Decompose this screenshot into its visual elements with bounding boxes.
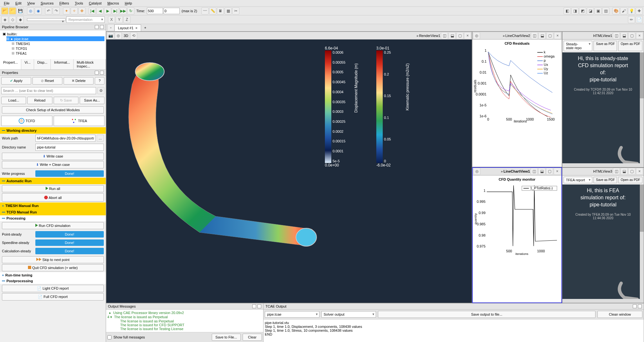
out-close[interactable] (257, 304, 261, 308)
c2-sv[interactable]: ⬓ (538, 168, 545, 175)
disconnect-icon[interactable]: ◉ (35, 7, 42, 14)
clear-output-button[interactable]: Clear (243, 334, 262, 341)
delete-button[interactable]: ✖ Delete (64, 77, 94, 85)
residuals-canvas[interactable]: CFD Residuals residuals 10.10.010.0010.0… (472, 40, 562, 167)
c1-btn1[interactable]: ◎ (473, 32, 480, 39)
tcae-float[interactable] (633, 304, 637, 308)
tree-tcfd[interactable]: ⊞TCFD1 (12, 46, 104, 51)
menu-tools[interactable]: Tools (72, 1, 86, 6)
skip-button[interactable]: Skip to next point (2, 256, 104, 263)
view-y-icon[interactable]: Y (116, 16, 123, 23)
note-icon[interactable]: 📄 (636, 16, 643, 23)
play-icon[interactable]: ▶ (104, 7, 111, 14)
rv-reset-icon[interactable]: ⟲ (130, 32, 137, 39)
view-x-icon[interactable]: X (108, 16, 115, 23)
cube1-icon[interactable]: ◧ (564, 7, 571, 14)
report1-dropdown[interactable]: Steady-state repo (564, 41, 592, 51)
rv-split-v-icon[interactable]: ⬓ (449, 32, 456, 39)
search-input[interactable] (1, 87, 96, 94)
menu-file[interactable]: File (1, 1, 12, 6)
report2-openpdf[interactable]: Open as PDF (618, 177, 642, 183)
c2-sh[interactable]: ◫ (531, 168, 538, 175)
save-to-file-button[interactable]: Save to File... (212, 334, 241, 341)
pipeline-float-icon[interactable] (95, 25, 99, 29)
report2-body[interactable]: Hi, this is FEA simulation report of: pi… (562, 184, 644, 303)
save-output-button[interactable]: Save output to file... (378, 311, 595, 318)
prop-close-icon[interactable] (100, 71, 104, 75)
tab-information[interactable]: Informat... (51, 59, 74, 69)
report1-vscroll[interactable] (640, 52, 644, 167)
out-float[interactable] (252, 304, 256, 308)
rv-close-icon[interactable]: × (464, 32, 471, 39)
representation-dropdown[interactable]: Representation (66, 16, 105, 23)
h3-cl[interactable]: × (636, 168, 643, 175)
layout-tab-1[interactable]: Layout #1× (114, 24, 141, 31)
grid-icon[interactable]: ▦ (225, 7, 232, 14)
tree-pipe[interactable]: ⊟●pipe.tcae (6, 36, 104, 41)
tab-view[interactable]: Vi... (21, 59, 34, 69)
c1-cl[interactable]: × (554, 32, 561, 39)
pipeline-tree[interactable]: ▣builtin: ⊟●pipe.tcae ⊞TMESH1 ⊞TCFD1 ⊞TF… (0, 30, 106, 59)
run-all-button[interactable]: Run all (2, 185, 104, 192)
menu-catalyst[interactable]: Catalyst (86, 1, 104, 6)
report2-vscroll[interactable] (640, 184, 644, 303)
working-directory-section[interactable]: Working directory (0, 127, 106, 134)
c2-mx[interactable]: ▢ (546, 168, 553, 175)
t2-1-icon[interactable]: ◈ (1, 16, 8, 23)
c1-sv[interactable]: ⬓ (539, 32, 546, 39)
rv-3d-label[interactable]: 3D (122, 34, 130, 38)
report2-hscroll[interactable] (562, 299, 644, 303)
runtime-label[interactable]: Run-time tuning (5, 273, 32, 277)
workpath-browse[interactable]: ... (97, 135, 104, 142)
clean-window-button[interactable]: Clean window (597, 311, 642, 318)
menu-sources[interactable]: Sources (38, 1, 56, 6)
render-canvas[interactable]: 6.6e-04 0.00060.000550.00050.000450.0004… (106, 40, 472, 303)
tcae-file-dropdown[interactable]: pipe.tcae (265, 311, 319, 318)
trace-icon[interactable]: 〰 (201, 7, 209, 14)
cube2-icon[interactable]: ◨ (571, 7, 578, 14)
t2-2-icon[interactable]: ◇ (9, 16, 16, 23)
c1-sh[interactable]: ◫ (531, 32, 538, 39)
cube5-icon[interactable]: ▣ (595, 7, 602, 14)
wand3-icon[interactable]: ✥ (78, 7, 85, 14)
report1-savepdf[interactable]: Save as PDF (594, 41, 617, 51)
palette-icon[interactable]: 🖌 (620, 7, 627, 14)
next-icon[interactable]: ▶| (112, 7, 119, 14)
tree-tfea[interactable]: ⊞TFEA1 (12, 51, 104, 56)
report1-openpdf[interactable]: Open as PDF (618, 41, 642, 51)
connect-icon[interactable]: ◎ (27, 7, 34, 14)
clip-icon[interactable]: ✂ (232, 7, 239, 14)
h3-sv[interactable]: ⬓ (621, 168, 628, 175)
workpath-input[interactable] (35, 135, 95, 142)
tcfd-run-section[interactable]: TCFD Manual Run (0, 209, 106, 215)
h1-cl[interactable]: × (636, 32, 643, 39)
open2-icon[interactable]: 📁 (9, 7, 16, 14)
time-current-input[interactable] (147, 8, 163, 14)
h3-sh[interactable]: ◫ (613, 168, 620, 175)
loop-icon[interactable]: ↻ (127, 7, 134, 14)
h1-sh[interactable]: ◫ (613, 32, 620, 39)
report1-body[interactable]: Hi, this is steady-state CFD simulation … (562, 52, 644, 167)
write-case-button[interactable]: ⬇ Write case (2, 153, 104, 160)
help-button[interactable]: ? (95, 77, 104, 85)
write-clean-button[interactable]: ⬇ Write + Clean case (2, 161, 104, 168)
layout-close-icon[interactable]: × (135, 26, 137, 30)
measure-icon[interactable]: 📏 (209, 7, 216, 14)
last-icon[interactable]: ▶▶ (120, 7, 127, 14)
save-button[interactable]: ↻ Save (54, 97, 78, 104)
rv-snap-icon[interactable]: ◎ (115, 32, 122, 39)
check-setup-button[interactable]: Check Setup of Activated Modules (2, 106, 104, 113)
full-report-button[interactable]: 📄 Full CFD report (2, 293, 104, 301)
layout-float-icon[interactable]: ▫ (107, 24, 114, 31)
t2-3-icon[interactable]: ◆ (17, 16, 24, 23)
c2-cl[interactable]: × (554, 168, 561, 175)
wand1-icon[interactable]: ✦ (63, 7, 70, 14)
layout-add[interactable]: + (141, 24, 149, 31)
tab-properties[interactable]: Propert... (0, 59, 21, 69)
c1-mx[interactable]: ▢ (546, 32, 553, 39)
search-gear-icon[interactable]: ⚙ (97, 87, 104, 94)
undo-icon[interactable]: ↶ (45, 7, 52, 14)
menu-edit[interactable]: Edit (13, 1, 24, 6)
rv-max-icon[interactable]: ▢ (456, 32, 463, 39)
axes-icon[interactable]: ✚ (636, 7, 643, 14)
